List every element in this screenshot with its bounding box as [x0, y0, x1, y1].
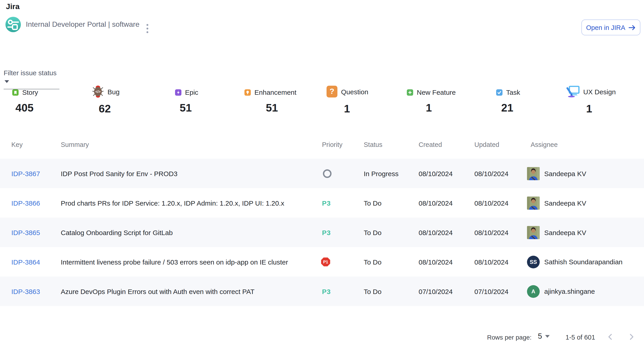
issue-key-link[interactable]: IDP-3866	[11, 199, 40, 207]
avatar-initials: SS	[527, 256, 540, 268]
more-options-menu[interactable]	[144, 22, 150, 35]
issue-summary: Intermittent liveness probe failure / 50…	[61, 258, 288, 266]
counter-story[interactable]: Story 405	[12, 88, 37, 114]
arrow-right-icon	[628, 25, 636, 30]
avatar	[527, 167, 540, 180]
issue-key-link[interactable]: IDP-3867	[11, 170, 40, 177]
pagination-range: 1-5 of 601	[566, 334, 595, 341]
page-title: Jira	[6, 2, 20, 11]
counter-enhancement[interactable]: Enhancement 51	[244, 88, 299, 114]
issue-updated-date: 07/10/2024	[474, 288, 508, 295]
issue-status: To Do	[364, 229, 382, 236]
priority-p3-badge: P3	[322, 199, 331, 207]
counter-label: Story	[22, 88, 38, 96]
dot-icon	[146, 28, 148, 29]
column-header-summary: Summary	[61, 141, 89, 148]
issue-updated-date: 08/10/2024	[474, 170, 508, 177]
chevron-down-icon	[545, 335, 550, 338]
column-header-priority: Priority	[322, 141, 342, 148]
counter-value: 51	[175, 101, 196, 114]
counter-value: 405	[12, 101, 37, 114]
counter-value: 1	[407, 101, 451, 114]
open-in-jira-button[interactable]: Open in JIRA	[582, 19, 640, 35]
issue-created-date: 08/10/2024	[418, 199, 452, 207]
assignee-name: Sandeepa KV	[544, 229, 586, 236]
chevron-right-icon	[627, 333, 636, 341]
rows-per-page-select[interactable]: 5	[538, 332, 550, 341]
pagination-bar: Rows per page: 5 1-5 of 601	[0, 330, 644, 345]
counter-bug[interactable]: </> Bug 62	[92, 85, 118, 115]
issue-created-date: 08/10/2024	[418, 258, 452, 266]
issue-key-link[interactable]: IDP-3863	[11, 288, 40, 295]
story-icon	[12, 89, 18, 95]
issue-summary: Catalog Onboarding Script for GitLab	[61, 229, 173, 236]
column-header-created: Created	[418, 141, 442, 148]
column-header-assignee: Assignee	[530, 141, 558, 148]
counter-label: UX Design	[583, 88, 616, 95]
issue-status: To Do	[364, 258, 382, 266]
table-row: IDP-3865 Catalog Onboarding Script for G…	[0, 218, 644, 247]
table-row: IDP-3863 Azure DevOps Plugin Errors out …	[0, 277, 644, 306]
counter-value: 62	[92, 102, 118, 115]
table-row: IDP-3866 Prod charts PRs for IDP Service…	[0, 188, 644, 218]
issue-status: To Do	[364, 288, 382, 295]
counter-label: Task	[506, 88, 520, 96]
assignee-name: Sandeepa KV	[544, 170, 586, 177]
issue-key-link[interactable]: IDP-3865	[11, 229, 40, 236]
avatar	[527, 226, 540, 239]
issue-key-link[interactable]: IDP-3864	[11, 258, 40, 266]
counter-value: 1	[326, 102, 367, 115]
previous-page-button[interactable]	[604, 331, 617, 343]
next-page-button[interactable]	[625, 331, 638, 343]
issue-updated-date: 08/10/2024	[474, 229, 508, 236]
avatar-initials: A	[527, 285, 540, 298]
chevron-down-icon	[4, 80, 9, 83]
column-header-status: Status	[364, 141, 382, 148]
bug-icon: </>	[92, 85, 104, 98]
assignee-name: Sathish Soundarapandian	[544, 258, 622, 266]
table-row: IDP-3864 Intermittent liveness probe fai…	[0, 247, 644, 277]
new-feature-icon	[407, 89, 413, 95]
svg-text:</>: </>	[95, 90, 100, 94]
priority-none-icon	[323, 169, 332, 178]
dot-icon	[146, 31, 148, 33]
counter-label: Question	[341, 88, 368, 95]
issue-status: To Do	[364, 199, 382, 207]
counter-value: 51	[244, 101, 299, 114]
counter-ux-design[interactable]: UX Design 1	[566, 85, 612, 115]
rows-per-page-label: Rows per page:	[487, 334, 532, 341]
ux-design-icon	[566, 85, 580, 98]
issue-created-date: 08/10/2024	[418, 170, 452, 177]
issue-created-date: 07/10/2024	[418, 288, 452, 295]
counter-label: Epic	[185, 88, 198, 96]
filter-issue-status-dropdown[interactable]: Filter issue status	[4, 69, 60, 89]
counter-value: 21	[496, 101, 518, 114]
issue-updated-date: 08/10/2024	[474, 199, 508, 207]
counter-task[interactable]: Task 21	[496, 88, 518, 114]
table-row: IDP-3867 IDP Post Prod Sanity for Env - …	[0, 159, 644, 188]
epic-icon	[175, 89, 182, 95]
avatar	[527, 196, 540, 209]
source-name: Internal Developer Portal | software	[26, 20, 140, 28]
issue-summary: IDP Post Prod Sanity for Env - PROD3	[61, 170, 178, 177]
priority-p1-badge: P1	[321, 257, 330, 266]
column-header-key: Key	[11, 141, 23, 148]
counter-label: Bug	[108, 88, 120, 95]
counter-question[interactable]: ? Question 1	[326, 85, 367, 115]
question-icon: ?	[326, 86, 338, 97]
counter-new-feature[interactable]: New Feature 1	[407, 88, 451, 114]
issue-updated-date: 08/10/2024	[474, 258, 508, 266]
issue-created-date: 08/10/2024	[418, 229, 452, 236]
column-header-updated: Updated	[474, 141, 499, 148]
priority-p3-badge: P3	[322, 288, 331, 295]
portal-logo-icon	[6, 17, 21, 32]
filter-label: Filter issue status	[4, 69, 56, 77]
task-icon	[496, 89, 502, 95]
rows-per-page-value: 5	[538, 332, 542, 341]
assignee-name: Sandeepa KV	[544, 199, 586, 207]
priority-p3-badge: P3	[322, 229, 331, 236]
issue-status: In Progress	[364, 170, 398, 177]
counter-epic[interactable]: Epic 51	[175, 88, 196, 114]
chevron-left-icon	[606, 333, 614, 341]
counter-label: New Feature	[417, 88, 456, 96]
